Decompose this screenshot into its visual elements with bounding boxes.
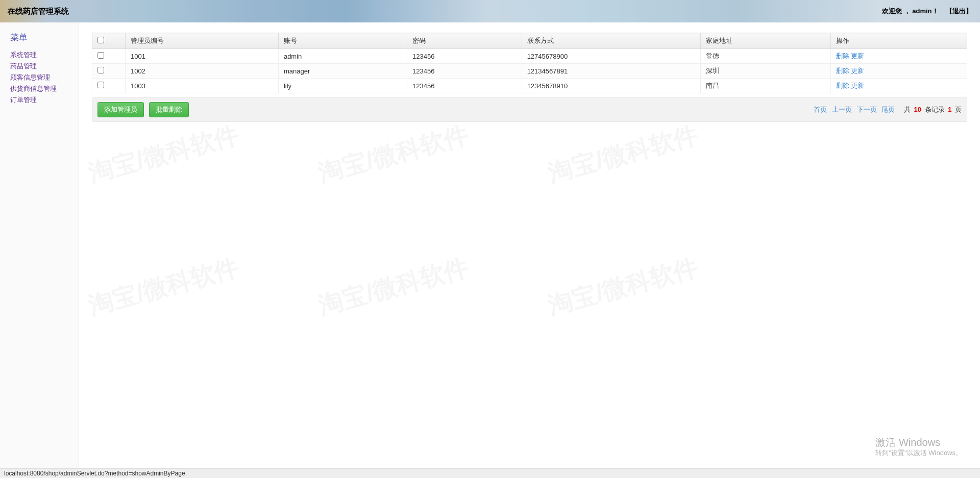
row-checkbox[interactable] [97, 82, 104, 88]
col-address: 家庭地址 [701, 33, 831, 49]
welcome-text: 欢迎您 ， [882, 7, 911, 15]
cell-password: 123456 [407, 49, 522, 64]
windows-activation-overlay: 激活 Windows 转到"设置"以激活 Windows。 [875, 436, 962, 458]
select-all-checkbox[interactable] [97, 37, 104, 43]
cell-id: 1001 [126, 49, 279, 64]
activation-title: 激活 Windows [875, 436, 962, 449]
col-id: 管理员编号 [126, 33, 279, 49]
pager: 首页 上一页 下一页 尾页 共 10 条记录 1 页 [812, 105, 962, 114]
cell-address: 深圳 [701, 64, 831, 79]
activation-subtitle: 转到"设置"以激活 Windows。 [875, 449, 962, 458]
cell-address: 常德 [701, 49, 831, 64]
delete-link[interactable]: 删除 [836, 52, 849, 60]
pager-last[interactable]: 尾页 [881, 106, 895, 113]
cell-password: 123456 [407, 64, 522, 79]
header: 在线药店管理系统 欢迎您 ， admin！ 【退出】 [0, 0, 980, 22]
col-checkbox-header [92, 33, 126, 49]
row-checkbox[interactable] [97, 67, 104, 73]
update-link[interactable]: 更新 [851, 67, 864, 74]
cell-id: 1002 [126, 64, 279, 79]
total-count: 10 [914, 106, 921, 113]
sidebar-item-medicine[interactable]: 药品管理 [10, 61, 79, 72]
batch-delete-button[interactable]: 批量删除 [149, 102, 189, 117]
col-account: 账号 [278, 33, 407, 49]
cell-address: 南昌 [701, 79, 831, 93]
header-user-area: 欢迎您 ， admin！ 【退出】 [882, 7, 972, 16]
add-admin-button[interactable]: 添加管理员 [97, 102, 144, 117]
content-area: 管理员编号 账号 密码 联系方式 家庭地址 操作 1001admin123456… [79, 22, 980, 478]
col-password: 密码 [407, 33, 522, 49]
table-row: 1003lily12345612345678910南昌删除 更新 [92, 79, 967, 93]
status-bar: localhost:8080/shop/adminServlet.do?meth… [0, 468, 980, 478]
update-link[interactable]: 更新 [851, 52, 864, 60]
admin-table: 管理员编号 账号 密码 联系方式 家庭地址 操作 1001admin123456… [92, 33, 967, 93]
table-row: 1001admin12345612745678900常德删除 更新 [92, 49, 967, 64]
table-footer: 添加管理员 批量删除 首页 上一页 下一页 尾页 共 10 条记录 1 页 [92, 97, 967, 122]
sidebar-item-system[interactable]: 系统管理 [10, 49, 79, 61]
cell-account: admin [278, 49, 407, 64]
cell-operation: 删除 更新 [830, 49, 967, 64]
cell-account: manager [278, 64, 407, 79]
cell-operation: 删除 更新 [830, 79, 967, 93]
sidebar-item-order[interactable]: 订单管理 [10, 94, 79, 106]
total-prefix: 共 [904, 106, 911, 113]
cell-id: 1003 [126, 79, 279, 93]
footer-buttons: 添加管理员 批量删除 [97, 102, 192, 117]
logout-link[interactable]: 【退出】 [946, 7, 972, 15]
total-suffix: 页 [955, 106, 962, 113]
row-checkbox[interactable] [97, 52, 104, 59]
table-row: 1002manager12345612134567891深圳删除 更新 [92, 64, 967, 79]
sidebar-title: 菜单 [10, 32, 79, 43]
cell-password: 123456 [407, 79, 522, 93]
pager-first[interactable]: 首页 [814, 106, 827, 113]
col-operation: 操作 [830, 33, 967, 49]
status-url: localhost:8080/shop/adminServlet.do?meth… [4, 470, 185, 477]
pager-prev[interactable]: 上一页 [832, 106, 852, 113]
sidebar-item-customer[interactable]: 顾客信息管理 [10, 72, 79, 83]
pager-next[interactable]: 下一页 [857, 106, 877, 113]
sidebar-item-supplier[interactable]: 供货商信息管理 [10, 83, 79, 94]
delete-link[interactable]: 删除 [836, 67, 849, 74]
username: admin [912, 7, 932, 15]
total-mid: 条记录 [925, 106, 945, 113]
total-pages: 1 [948, 106, 951, 113]
cell-contact: 12134567891 [522, 64, 701, 79]
cell-contact: 12745678900 [522, 49, 701, 64]
app-title: 在线药店管理系统 [8, 7, 69, 16]
welcome-suffix: ！ [932, 7, 939, 15]
delete-link[interactable]: 删除 [836, 82, 849, 89]
cell-contact: 12345678910 [522, 79, 701, 93]
update-link[interactable]: 更新 [851, 82, 864, 89]
sidebar: 菜单 系统管理 药品管理 顾客信息管理 供货商信息管理 订单管理 [0, 22, 79, 478]
cell-operation: 删除 更新 [830, 64, 967, 79]
col-contact: 联系方式 [522, 33, 701, 49]
cell-account: lily [278, 79, 407, 93]
